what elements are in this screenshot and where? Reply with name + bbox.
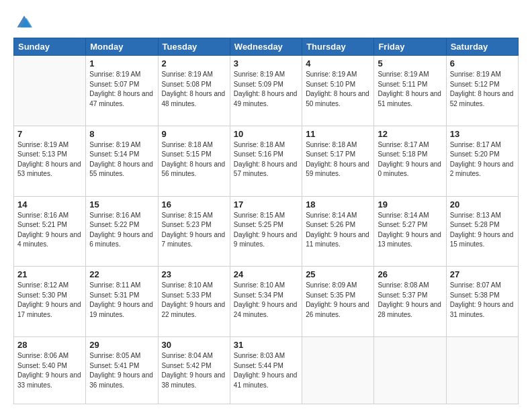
day-number: 31	[234, 340, 298, 350]
day-number: 24	[234, 269, 298, 279]
day-info: Sunrise: 8:19 AMSunset: 5:11 PMDaylight:…	[378, 70, 442, 109]
day-info: Sunrise: 8:17 AMSunset: 5:20 PMDaylight:…	[450, 140, 515, 179]
day-info: Sunrise: 8:19 AMSunset: 5:14 PMDaylight:…	[89, 140, 154, 179]
weekday-header-tuesday: Tuesday	[158, 38, 230, 56]
calendar-cell: 31Sunrise: 8:03 AMSunset: 5:44 PMDayligh…	[230, 337, 302, 404]
calendar-cell: 17Sunrise: 8:15 AMSunset: 5:25 PMDayligh…	[230, 196, 302, 267]
day-number: 5	[378, 58, 442, 68]
day-info: Sunrise: 8:15 AMSunset: 5:23 PMDaylight:…	[162, 211, 226, 250]
day-number: 6	[450, 58, 515, 68]
day-info: Sunrise: 8:16 AMSunset: 5:22 PMDaylight:…	[89, 211, 154, 250]
day-number: 16	[162, 199, 226, 210]
day-number: 15	[89, 199, 154, 210]
logo-icon	[15, 12, 34, 31]
calendar-cell: 22Sunrise: 8:11 AMSunset: 5:31 PMDayligh…	[86, 267, 158, 337]
page: SundayMondayTuesdayWednesdayThursdayFrid…	[0, 0, 532, 411]
calendar-cell: 12Sunrise: 8:17 AMSunset: 5:18 PMDayligh…	[374, 126, 446, 196]
calendar-cell: 19Sunrise: 8:14 AMSunset: 5:27 PMDayligh…	[374, 196, 446, 267]
day-number: 14	[17, 199, 82, 210]
day-info: Sunrise: 8:05 AMSunset: 5:41 PMDaylight:…	[89, 351, 154, 390]
calendar-cell: 21Sunrise: 8:12 AMSunset: 5:30 PMDayligh…	[14, 267, 86, 337]
calendar-cell	[446, 337, 518, 404]
day-info: Sunrise: 8:16 AMSunset: 5:21 PMDaylight:…	[17, 211, 82, 250]
day-number: 26	[378, 269, 442, 279]
calendar-cell: 9Sunrise: 8:18 AMSunset: 5:15 PMDaylight…	[158, 126, 230, 196]
day-number: 3	[234, 58, 298, 68]
day-number: 9	[162, 129, 226, 139]
weekday-header-wednesday: Wednesday	[230, 38, 302, 56]
day-info: Sunrise: 8:09 AMSunset: 5:35 PMDaylight:…	[306, 281, 370, 320]
calendar-cell: 28Sunrise: 8:06 AMSunset: 5:40 PMDayligh…	[14, 337, 86, 404]
day-number: 27	[450, 269, 515, 279]
day-number: 30	[162, 340, 226, 350]
calendar-cell: 26Sunrise: 8:08 AMSunset: 5:37 PMDayligh…	[374, 267, 446, 337]
day-info: Sunrise: 8:18 AMSunset: 5:17 PMDaylight:…	[306, 140, 370, 179]
day-info: Sunrise: 8:19 AMSunset: 5:07 PMDaylight:…	[89, 70, 154, 109]
day-number: 7	[17, 129, 82, 139]
day-number: 8	[89, 129, 154, 139]
calendar-cell: 4Sunrise: 8:19 AMSunset: 5:10 PMDaylight…	[302, 56, 374, 126]
calendar-cell: 18Sunrise: 8:14 AMSunset: 5:26 PMDayligh…	[302, 196, 374, 267]
calendar-cell: 13Sunrise: 8:17 AMSunset: 5:20 PMDayligh…	[446, 126, 518, 196]
weekday-header-row: SundayMondayTuesdayWednesdayThursdayFrid…	[14, 38, 519, 56]
week-row-5: 28Sunrise: 8:06 AMSunset: 5:40 PMDayligh…	[14, 337, 519, 404]
day-number: 1	[89, 58, 154, 68]
weekday-header-thursday: Thursday	[302, 38, 374, 56]
week-row-1: 1Sunrise: 8:19 AMSunset: 5:07 PMDaylight…	[14, 56, 519, 126]
day-number: 21	[17, 269, 82, 279]
calendar-cell: 27Sunrise: 8:07 AMSunset: 5:38 PMDayligh…	[446, 267, 518, 337]
calendar-table: SundayMondayTuesdayWednesdayThursdayFrid…	[13, 38, 519, 404]
day-info: Sunrise: 8:19 AMSunset: 5:10 PMDaylight:…	[306, 70, 370, 109]
day-number: 22	[89, 269, 154, 279]
day-info: Sunrise: 8:07 AMSunset: 5:38 PMDaylight:…	[450, 281, 515, 320]
weekday-header-monday: Monday	[86, 38, 158, 56]
day-info: Sunrise: 8:10 AMSunset: 5:33 PMDaylight:…	[162, 281, 226, 320]
day-number: 28	[17, 340, 82, 350]
week-row-4: 21Sunrise: 8:12 AMSunset: 5:30 PMDayligh…	[14, 267, 519, 337]
weekday-header-sunday: Sunday	[14, 38, 86, 56]
day-info: Sunrise: 8:14 AMSunset: 5:27 PMDaylight:…	[378, 211, 442, 250]
day-number: 20	[450, 199, 515, 210]
day-number: 11	[306, 129, 370, 139]
calendar-cell: 30Sunrise: 8:04 AMSunset: 5:42 PMDayligh…	[158, 337, 230, 404]
day-number: 12	[378, 129, 442, 139]
header	[13, 12, 519, 31]
calendar-cell: 10Sunrise: 8:18 AMSunset: 5:16 PMDayligh…	[230, 126, 302, 196]
day-info: Sunrise: 8:08 AMSunset: 5:37 PMDaylight:…	[378, 281, 442, 320]
day-info: Sunrise: 8:12 AMSunset: 5:30 PMDaylight:…	[17, 281, 82, 320]
calendar-cell: 24Sunrise: 8:10 AMSunset: 5:34 PMDayligh…	[230, 267, 302, 337]
calendar-cell: 2Sunrise: 8:19 AMSunset: 5:08 PMDaylight…	[158, 56, 230, 126]
day-number: 23	[162, 269, 226, 279]
calendar-cell	[374, 337, 446, 404]
day-info: Sunrise: 8:18 AMSunset: 5:15 PMDaylight:…	[162, 140, 226, 179]
calendar-cell: 14Sunrise: 8:16 AMSunset: 5:21 PMDayligh…	[14, 196, 86, 267]
day-number: 19	[378, 199, 442, 210]
calendar-cell	[302, 337, 374, 404]
day-info: Sunrise: 8:19 AMSunset: 5:09 PMDaylight:…	[234, 70, 298, 109]
day-number: 2	[162, 58, 226, 68]
day-info: Sunrise: 8:19 AMSunset: 5:12 PMDaylight:…	[450, 70, 515, 109]
day-number: 10	[234, 129, 298, 139]
day-info: Sunrise: 8:04 AMSunset: 5:42 PMDaylight:…	[162, 351, 226, 390]
calendar-cell: 8Sunrise: 8:19 AMSunset: 5:14 PMDaylight…	[86, 126, 158, 196]
day-info: Sunrise: 8:18 AMSunset: 5:16 PMDaylight:…	[234, 140, 298, 179]
day-info: Sunrise: 8:06 AMSunset: 5:40 PMDaylight:…	[17, 351, 82, 390]
calendar-cell: 16Sunrise: 8:15 AMSunset: 5:23 PMDayligh…	[158, 196, 230, 267]
day-number: 4	[306, 58, 370, 68]
day-info: Sunrise: 8:14 AMSunset: 5:26 PMDaylight:…	[306, 211, 370, 250]
day-info: Sunrise: 8:19 AMSunset: 5:13 PMDaylight:…	[17, 140, 82, 179]
calendar-cell	[14, 56, 86, 126]
calendar-cell: 7Sunrise: 8:19 AMSunset: 5:13 PMDaylight…	[14, 126, 86, 196]
logo	[13, 12, 36, 31]
weekday-header-friday: Friday	[374, 38, 446, 56]
weekday-header-saturday: Saturday	[446, 38, 518, 56]
day-info: Sunrise: 8:13 AMSunset: 5:28 PMDaylight:…	[450, 211, 515, 250]
calendar-cell: 29Sunrise: 8:05 AMSunset: 5:41 PMDayligh…	[86, 337, 158, 404]
day-info: Sunrise: 8:19 AMSunset: 5:08 PMDaylight:…	[162, 70, 226, 109]
day-number: 17	[234, 199, 298, 210]
day-number: 25	[306, 269, 370, 279]
calendar-cell: 5Sunrise: 8:19 AMSunset: 5:11 PMDaylight…	[374, 56, 446, 126]
day-info: Sunrise: 8:15 AMSunset: 5:25 PMDaylight:…	[234, 211, 298, 250]
calendar-cell: 20Sunrise: 8:13 AMSunset: 5:28 PMDayligh…	[446, 196, 518, 267]
calendar-cell: 23Sunrise: 8:10 AMSunset: 5:33 PMDayligh…	[158, 267, 230, 337]
